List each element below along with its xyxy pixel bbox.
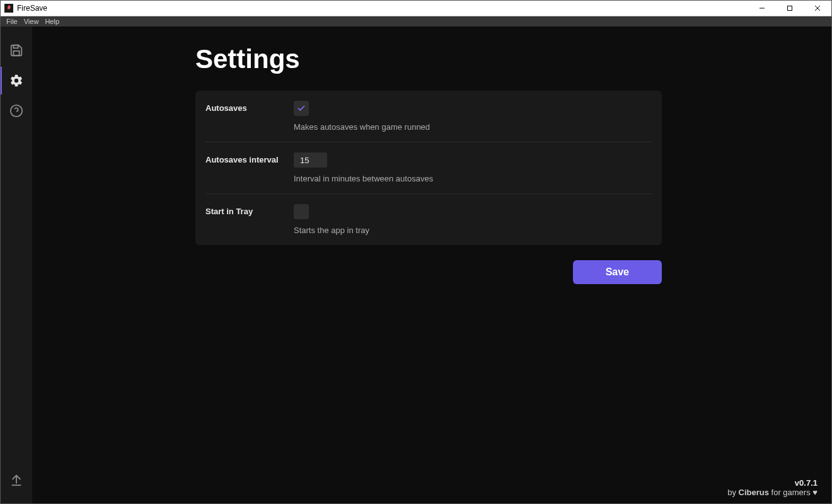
sidebar-item-help[interactable] xyxy=(1,96,32,126)
upload-icon xyxy=(9,472,23,486)
body: Settings Autosaves Makes autosaves when … xyxy=(1,26,831,503)
setting-control: Makes autosaves when game runned xyxy=(294,101,652,132)
svg-rect-5 xyxy=(13,45,18,49)
sidebar-item-saves[interactable] xyxy=(1,35,32,66)
setting-row-autosaves: Autosaves Makes autosaves when game runn… xyxy=(205,91,652,142)
maximize-button[interactable] xyxy=(776,1,804,16)
content: Settings Autosaves Makes autosaves when … xyxy=(195,44,662,245)
minimize-button[interactable] xyxy=(748,1,776,16)
setting-description: Starts the app in tray xyxy=(294,226,652,235)
start-in-tray-checkbox[interactable] xyxy=(294,204,309,219)
autosaves-interval-input[interactable] xyxy=(294,152,327,168)
window-controls xyxy=(748,1,831,16)
menu-file[interactable]: File xyxy=(3,16,21,26)
credits-suffix: for gamers ♥ xyxy=(769,488,818,497)
setting-row-interval: Autosaves interval Interval in minutes b… xyxy=(205,142,652,194)
menu-view[interactable]: View xyxy=(21,16,42,26)
setting-row-tray: Start in Tray Starts the app in tray xyxy=(205,194,652,245)
setting-control: Starts the app in tray xyxy=(294,204,652,235)
footer: v0.7.1 by Ciberus for gamers ♥ xyxy=(727,478,818,497)
check-icon xyxy=(297,104,306,113)
credits-by: by xyxy=(727,488,738,497)
gear-icon xyxy=(9,74,23,88)
sidebar-item-settings[interactable] xyxy=(1,66,32,96)
setting-description: Interval in minutes between autosaves xyxy=(294,174,652,183)
titlebar-left: FireSave xyxy=(4,4,47,13)
menu-help[interactable]: Help xyxy=(42,16,62,26)
setting-control: Interval in minutes between autosaves xyxy=(294,152,652,183)
main: Settings Autosaves Makes autosaves when … xyxy=(32,26,831,503)
settings-card: Autosaves Makes autosaves when game runn… xyxy=(195,91,662,245)
window-title: FireSave xyxy=(17,4,47,13)
sidebar xyxy=(1,26,32,503)
credits: by Ciberus for gamers ♥ xyxy=(727,488,818,497)
close-button[interactable] xyxy=(804,1,831,16)
save-button[interactable]: Save xyxy=(573,260,662,284)
setting-label: Autosaves xyxy=(205,101,294,132)
save-icon xyxy=(9,43,23,57)
version-label: v0.7.1 xyxy=(727,478,818,488)
svg-rect-4 xyxy=(13,51,19,55)
setting-label: Autosaves interval xyxy=(205,152,294,183)
titlebar: FireSave xyxy=(1,1,831,16)
svg-rect-1 xyxy=(788,6,792,11)
menubar: File View Help xyxy=(1,16,831,26)
app-icon xyxy=(4,4,13,13)
sidebar-item-upload[interactable] xyxy=(1,464,32,495)
setting-description: Makes autosaves when game runned xyxy=(294,122,652,132)
setting-label: Start in Tray xyxy=(205,204,294,235)
help-icon xyxy=(9,104,23,118)
autosaves-checkbox[interactable] xyxy=(294,101,309,116)
credits-author: Ciberus xyxy=(739,488,769,497)
page-title: Settings xyxy=(195,44,662,74)
